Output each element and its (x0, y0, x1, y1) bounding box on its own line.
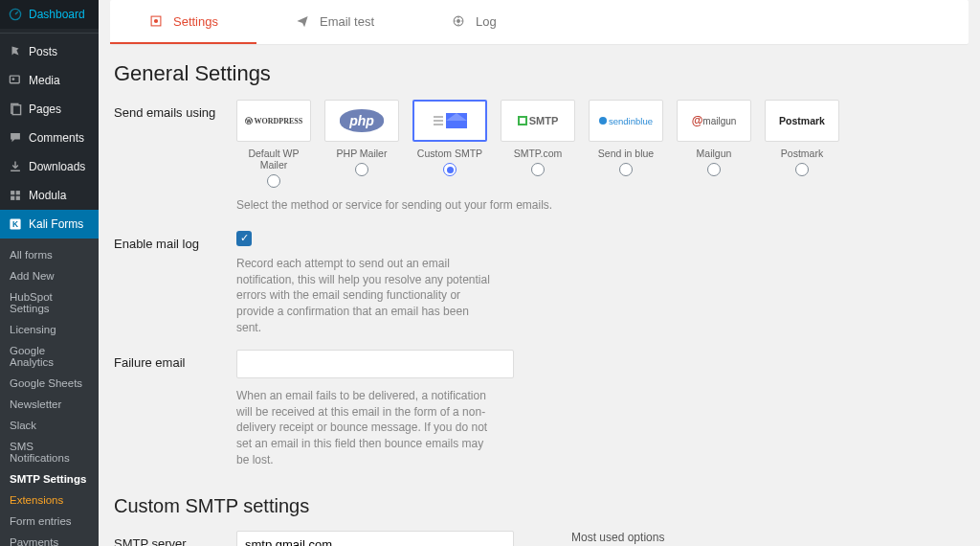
sidebar-item-pages[interactable]: Pages (0, 95, 99, 124)
tab-label: Settings (173, 14, 218, 29)
mailer-radio-sendinblue[interactable] (619, 163, 633, 176)
subitem-sms[interactable]: SMS Notifications (0, 436, 99, 468)
label-failure-email: Failure email (114, 350, 221, 370)
heading-general-settings: General Settings (114, 61, 969, 86)
svg-rect-7 (11, 196, 14, 200)
mailer-radio-mailgun[interactable] (707, 163, 721, 176)
sidebar-item-comments[interactable]: Comments (0, 124, 99, 152)
php-logo-icon: php (340, 109, 384, 132)
help-send-using: Select the method or service for sending… (236, 197, 562, 214)
subitem-slack[interactable]: Slack (0, 415, 99, 436)
svg-rect-4 (12, 105, 20, 115)
checkbox-enable-mail-log[interactable]: ✓ (236, 231, 252, 246)
mailer-card-smtpcom[interactable]: SMTP (501, 100, 575, 142)
svg-text:K: K (12, 219, 18, 229)
sidebar-item-posts[interactable]: Posts (0, 37, 99, 66)
mailer-radio-custom-smtp[interactable] (443, 163, 457, 176)
svg-rect-5 (11, 191, 14, 194)
sidebar-label: Comments (29, 131, 84, 145)
mailer-option-sendinblue: sendinblue Send in blue (589, 100, 663, 188)
mailgun-logo-icon: @mailgun (692, 114, 737, 127)
admin-sidebar: Dashboard Posts Media Pages Comments Dow… (0, 0, 99, 546)
sidebar-label: Kali Forms (29, 217, 83, 231)
sidebar-item-modula[interactable]: Modula (0, 181, 99, 210)
input-smtp-server[interactable] (236, 531, 514, 546)
subitem-smtp-settings[interactable]: SMTP Settings (0, 468, 99, 489)
subitem-add-new[interactable]: Add New (0, 265, 99, 286)
postmark-logo-icon: Postmark (779, 115, 825, 126)
mailer-card-wp[interactable]: Ⓦ WORDPRESS (236, 100, 311, 142)
mailer-card-custom-smtp[interactable] (412, 100, 487, 142)
heading-custom-smtp: Custom SMTP settings (114, 495, 969, 517)
subitem-all-forms[interactable]: All forms (0, 244, 99, 265)
sidebar-label: Dashboard (29, 8, 85, 21)
tab-email-test[interactable]: Email test (256, 0, 412, 44)
sidebar-label: Modula (29, 189, 66, 202)
wordpress-logo-icon: Ⓦ WORDPRESS (245, 116, 303, 126)
subitem-payments[interactable]: Payments (0, 532, 99, 546)
label-send-using: Send emails using (114, 100, 221, 120)
sidebar-label: Media (29, 74, 60, 87)
modula-icon (8, 188, 23, 203)
mailer-card-sendinblue[interactable]: sendinblue (589, 100, 663, 142)
svg-point-16 (457, 20, 460, 23)
comments-icon (8, 130, 23, 146)
sidebar-submenu: All forms Add New HubSpot Settings Licen… (0, 239, 99, 546)
mailer-card-postmark[interactable]: Postmark (765, 100, 839, 142)
sidebar-item-media[interactable]: Media (0, 66, 99, 95)
mailer-card-mailgun[interactable]: @mailgun (677, 100, 751, 142)
subitem-licensing[interactable]: Licensing (0, 319, 99, 340)
mailer-option-smtpcom: SMTP SMTP.com (501, 100, 575, 188)
svg-rect-6 (16, 191, 20, 194)
check-icon: ✓ (240, 232, 249, 244)
pages-icon (8, 102, 23, 117)
sendinblue-logo-icon: sendinblue (599, 116, 653, 126)
svg-point-2 (12, 78, 15, 80)
log-icon (451, 13, 466, 29)
settings-tabs: Settings Email test Log (110, 0, 969, 44)
sidebar-item-dashboard[interactable]: Dashboard (0, 0, 99, 29)
svg-rect-1 (10, 76, 19, 83)
tab-settings[interactable]: Settings (110, 0, 256, 44)
tab-label: Log (476, 14, 497, 29)
main-content: Settings Email test Log General Settings… (99, 0, 980, 546)
sidebar-item-kaliforms[interactable]: K Kali Forms (0, 210, 99, 239)
sidebar-label: Posts (29, 45, 57, 58)
mailer-name: SMTP.com (501, 148, 575, 159)
tab-label: Email test (320, 14, 374, 29)
dashboard-icon (8, 7, 23, 22)
svg-rect-8 (16, 196, 20, 200)
label-enable-mail-log: Enable mail log (114, 231, 221, 251)
mailer-option-php: php PHP Mailer (324, 100, 399, 188)
subitem-analytics[interactable]: Google Analytics (0, 340, 99, 373)
subitem-newsletter[interactable]: Newsletter (0, 394, 99, 415)
mailer-option-postmark: Postmark Postmark (765, 100, 839, 188)
tab-log[interactable]: Log (412, 0, 535, 44)
media-icon (8, 73, 23, 88)
subitem-extensions[interactable]: Extensions (0, 489, 99, 511)
download-icon (8, 159, 23, 174)
mailer-radio-wp[interactable] (267, 174, 280, 188)
label-smtp-server: SMTP server (114, 531, 221, 546)
kaliforms-icon: K (8, 216, 23, 232)
sidebar-item-downloads[interactable]: Downloads (0, 152, 99, 181)
subitem-sheets[interactable]: Google Sheets (0, 373, 99, 394)
mailer-options: Ⓦ WORDPRESS Default WP Mailer php PHP Ma… (236, 100, 849, 188)
help-mail-log: Record each attempt to send out an email… (236, 256, 495, 336)
sidebar-label: Downloads (29, 160, 85, 173)
mailer-name: PHP Mailer (324, 148, 399, 159)
mailer-radio-postmark[interactable] (795, 163, 809, 176)
mailer-name: Custom SMTP (412, 148, 487, 159)
mailer-option-wp: Ⓦ WORDPRESS Default WP Mailer (236, 100, 311, 188)
input-failure-email[interactable] (236, 350, 514, 378)
pin-icon (8, 44, 23, 59)
mailer-card-php[interactable]: php (324, 100, 399, 142)
mailer-radio-php[interactable] (355, 163, 368, 176)
subitem-hubspot[interactable]: HubSpot Settings (0, 286, 99, 319)
svg-point-14 (154, 19, 158, 23)
gear-outline-icon (148, 13, 164, 29)
mailer-option-mailgun: @mailgun Mailgun (677, 100, 751, 188)
mailer-radio-smtpcom[interactable] (531, 163, 545, 176)
mailer-name: Send in blue (589, 148, 663, 159)
subitem-form-entries[interactable]: Form entries (0, 511, 99, 532)
